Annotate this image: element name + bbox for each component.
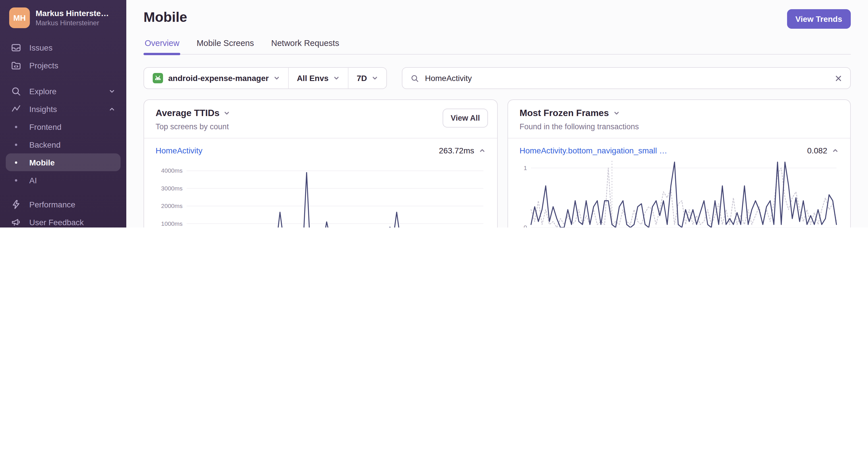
collapse-icon[interactable] [479, 147, 486, 154]
sidebar-nav: Issues Projects Explore Insights [0, 36, 126, 227]
average-ttids-card: Average TTIDs Top screens by count View … [144, 99, 498, 227]
megaphone-icon [11, 217, 21, 227]
filter-bar: android-expense-manager All Envs 7D Home… [144, 67, 851, 89]
view-trends-button[interactable]: View Trends [787, 9, 851, 29]
sidebar-item-label: Insights [29, 104, 57, 113]
chevron-down-icon[interactable] [224, 110, 230, 117]
page-title: Mobile [144, 0, 851, 25]
sidebar-item-backend[interactable]: Backend [6, 136, 121, 153]
sidebar-item-mobile[interactable]: Mobile [6, 153, 121, 171]
ttid-value: 263.72ms [439, 146, 474, 155]
svg-text:4000ms: 4000ms [161, 167, 183, 174]
date-range-value: 7D [357, 74, 367, 83]
chevron-down-icon [108, 88, 115, 94]
tab-network-requests[interactable]: Network Requests [270, 38, 340, 54]
search-input[interactable]: HomeActivity [402, 67, 851, 89]
chevron-down-icon [371, 75, 378, 82]
app-window: MH Markus Hintersteiner Markus Hinterste… [0, 0, 868, 227]
svg-text:3000ms: 3000ms [161, 185, 183, 192]
project-selector[interactable]: android-expense-manager [144, 68, 288, 88]
svg-text:1: 1 [524, 165, 527, 171]
card-subtitle: Top screens by count [156, 122, 486, 131]
android-project-icon [152, 73, 164, 84]
sidebar-item-insights[interactable]: Insights [6, 100, 121, 118]
ttid-chart: 4000ms3000ms2000ms1000ms0 [156, 161, 486, 227]
sidebar-item-issues[interactable]: Issues [6, 38, 121, 56]
transaction-link[interactable]: HomeActivity.bottom_navigation_small … [520, 146, 668, 155]
card-subtitle: Found in the following transactions [520, 122, 839, 131]
transaction-link[interactable]: HomeActivity [156, 146, 203, 155]
sidebar-item-performance[interactable]: Performance [6, 195, 121, 213]
svg-text:2000ms: 2000ms [161, 202, 183, 209]
frozen-frames-value: 0.082 [807, 146, 827, 155]
chevron-down-icon [333, 75, 340, 82]
tab-overview[interactable]: Overview [144, 38, 181, 54]
sidebar-item-label: Explore [29, 86, 57, 96]
bullet-icon [11, 157, 21, 168]
sidebar-item-label: Backend [29, 140, 61, 149]
environment-value: All Envs [297, 74, 329, 83]
page-filters: android-expense-manager All Envs 7D [144, 67, 387, 89]
card-title: Average TTIDs [156, 108, 220, 118]
bullet-icon [11, 175, 21, 185]
frozen-frames-chart: 10 [520, 160, 839, 227]
main-content: Mobile View Trends Overview Mobile Scree… [126, 0, 868, 227]
most-frozen-frames-card: Most Frozen Frames Found in the followin… [507, 99, 851, 227]
tab-mobile-screens[interactable]: Mobile Screens [195, 38, 255, 54]
bullet-icon [11, 121, 21, 132]
sidebar-item-projects[interactable]: Projects [6, 56, 121, 74]
org-name: Markus Hintersteiner [36, 19, 110, 27]
sidebar-item-label: Projects [29, 61, 58, 70]
sidebar-item-explore[interactable]: Explore [6, 82, 121, 100]
card-title: Most Frozen Frames [520, 108, 609, 118]
clear-search-icon[interactable] [835, 75, 842, 82]
collapse-icon[interactable] [832, 147, 839, 154]
chevron-up-icon [108, 106, 115, 112]
sidebar-item-label: AI [29, 175, 37, 185]
sidebar-item-label: Mobile [29, 158, 55, 167]
chevron-down-icon [273, 75, 280, 82]
sidebar-item-label: Performance [29, 200, 75, 209]
explore-search-icon [11, 86, 21, 96]
lightning-icon [11, 199, 21, 209]
sidebar-item-user-feedback[interactable]: User Feedback [6, 213, 121, 227]
tab-bar: Overview Mobile Screens Network Requests [144, 38, 851, 55]
sidebar-item-label: Frontend [29, 122, 61, 131]
insights-icon [11, 104, 21, 114]
projects-icon [11, 60, 21, 70]
sidebar-item-label: User Feedback [29, 218, 84, 227]
svg-text:1000ms: 1000ms [161, 220, 183, 227]
svg-text:0: 0 [524, 224, 527, 227]
environment-selector[interactable]: All Envs [288, 68, 348, 88]
date-range-selector[interactable]: 7D [348, 68, 386, 88]
sidebar: MH Markus Hintersteiner Markus Hinterste… [0, 0, 126, 227]
project-name: android-expense-manager [168, 74, 269, 83]
user-menu[interactable]: MH Markus Hintersteiner Markus Hinterste… [0, 0, 126, 36]
sidebar-item-label: Issues [29, 43, 53, 52]
search-value: HomeActivity [425, 74, 472, 83]
issues-icon [11, 42, 21, 53]
avatar: MH [9, 7, 30, 28]
view-all-button[interactable]: View All [443, 109, 488, 127]
bullet-icon [11, 139, 21, 150]
search-icon [410, 74, 419, 82]
user-name: Markus Hintersteiner [36, 9, 110, 18]
sidebar-item-ai[interactable]: AI [6, 171, 121, 189]
chevron-down-icon[interactable] [613, 110, 620, 117]
sidebar-item-frontend[interactable]: Frontend [6, 118, 121, 136]
